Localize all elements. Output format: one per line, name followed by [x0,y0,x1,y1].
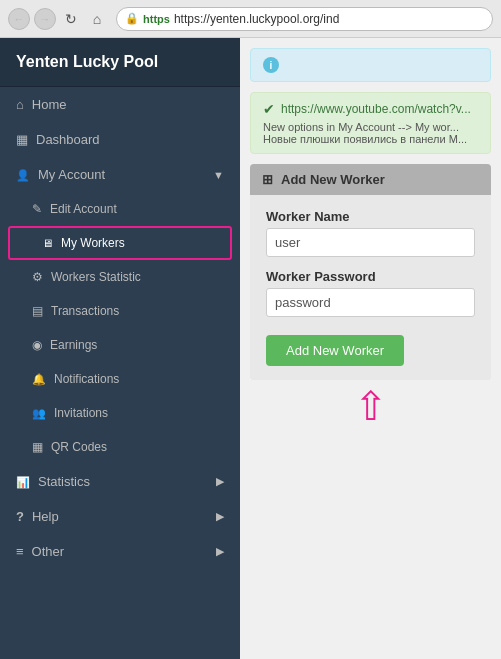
worker-form-container: Add New Worker Worker Name Worker Passwo… [250,164,491,380]
earnings-icon [32,338,42,352]
forward-button[interactable]: → [34,8,56,30]
worker-form-body: Worker Name Worker Password Add New Work… [250,195,491,380]
sidebar-item-home[interactable]: Home [0,87,240,122]
sidebar-item-invitations[interactable]: Invitations [0,396,240,430]
sidebar-item-dashboard[interactable]: Dashboard [0,122,240,157]
notifications-icon [32,372,46,386]
worker-form-title: Add New Worker [281,172,385,187]
announcement-box: ✔ https://www.youtube.com/watch?v... New… [250,92,491,154]
other-icon [16,544,24,559]
lock-icon: 🔒 [125,12,139,25]
worker-name-input[interactable] [266,228,475,257]
invitations-icon [32,406,46,420]
help-icon [16,509,24,524]
worker-password-group: Worker Password [266,269,475,317]
sidebar-item-label: My Account [38,167,105,182]
main-content: i ✔ https://www.youtube.com/watch?v... N… [240,38,501,659]
sidebar: Yenten Lucky Pool Home Dashboard My Acco… [0,38,240,659]
statistics-icon [16,474,30,489]
sidebar-item-statistics[interactable]: Statistics ▶ [0,464,240,499]
chevron-down-icon: ▼ [213,169,224,181]
home-icon [16,97,24,112]
sidebar-item-label: Other [32,544,65,559]
chevron-right-icon: ▶ [216,545,224,558]
worker-name-label: Worker Name [266,209,475,224]
https-label: https [143,13,170,25]
sidebar-item-my-account[interactable]: My Account ▼ [0,157,240,192]
worker-name-group: Worker Name [266,209,475,257]
info-icon: i [263,57,279,73]
account-icon [16,167,30,182]
qr-icon [32,440,43,454]
worker-password-input[interactable] [266,288,475,317]
up-arrow-icon: ⇧ [354,386,388,426]
sidebar-item-other[interactable]: Other ▶ [0,534,240,569]
nav-buttons: ← → ↻ ⌂ [8,8,108,30]
chevron-right-icon: ▶ [216,475,224,488]
sidebar-item-transactions[interactable]: Transactions [0,294,240,328]
dashboard-icon [16,132,28,147]
sidebar-item-notifications[interactable]: Notifications [0,362,240,396]
sidebar-item-label: Notifications [54,372,119,386]
sidebar-item-label: My Workers [61,236,125,250]
worker-form-header: Add New Worker [250,164,491,195]
home-button[interactable]: ⌂ [86,8,108,30]
announcement-url: https://www.youtube.com/watch?v... [281,102,471,116]
sidebar-item-label: Transactions [51,304,119,318]
sidebar-item-my-workers[interactable]: My Workers [8,226,232,260]
sidebar-item-label: Invitations [54,406,108,420]
refresh-button[interactable]: ↻ [60,8,82,30]
stats-icon [32,270,43,284]
sidebar-item-qr-codes[interactable]: QR Codes [0,430,240,464]
sidebar-item-label: Statistics [38,474,90,489]
sidebar-item-label: Earnings [50,338,97,352]
info-bar: i [250,48,491,82]
sidebar-item-label: Help [32,509,59,524]
worker-password-label: Worker Password [266,269,475,284]
add-worker-button[interactable]: Add New Worker [266,335,404,366]
chevron-right-icon: ▶ [216,510,224,523]
sidebar-item-label: QR Codes [51,440,107,454]
sidebar-item-label: Workers Statistic [51,270,141,284]
sidebar-item-label: Home [32,97,67,112]
announcement-text-1: New options in My Account --> My wor... [263,121,478,133]
workers-icon [42,236,53,250]
arrow-indicator: ⇧ [250,380,491,432]
sidebar-item-edit-account[interactable]: Edit Account [0,192,240,226]
sidebar-item-help[interactable]: Help ▶ [0,499,240,534]
address-bar[interactable]: 🔒 https https://yenten.luckypool.org/ind [116,7,493,31]
transactions-icon [32,304,43,318]
sidebar-item-earnings[interactable]: Earnings [0,328,240,362]
sidebar-item-label: Dashboard [36,132,100,147]
sidebar-item-workers-statistic[interactable]: Workers Statistic [0,260,240,294]
announcement-link[interactable]: ✔ https://www.youtube.com/watch?v... [263,101,478,117]
announcement-text-2: Новые плюшки появились в панели М... [263,133,478,145]
edit-icon [32,202,42,216]
sidebar-logo: Yenten Lucky Pool [0,38,240,87]
back-button[interactable]: ← [8,8,30,30]
plus-icon [262,172,273,187]
sidebar-item-label: Edit Account [50,202,117,216]
sidebar-submenu-account: Edit Account My Workers Workers Statisti… [0,192,240,464]
page-layout: Yenten Lucky Pool Home Dashboard My Acco… [0,38,501,659]
check-icon: ✔ [263,101,275,117]
browser-chrome: ← → ↻ ⌂ 🔒 https https://yenten.luckypool… [0,0,501,38]
url-text: https://yenten.luckypool.org/ind [174,12,339,26]
